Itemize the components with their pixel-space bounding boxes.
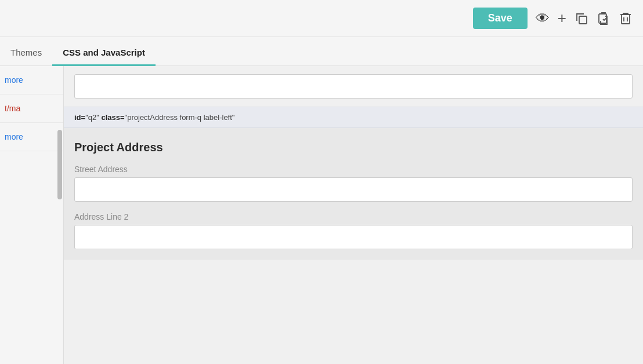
svg-rect-2: [622, 14, 630, 24]
question-title: Project Address: [74, 141, 633, 154]
content-area: id="q2" class="projectAddress form-q lab…: [64, 66, 643, 364]
main-layout: more t/ma more id="q2" class="projectAdd…: [0, 66, 643, 364]
question-id-label: id="q2" class="projectAddress form-q lab…: [74, 113, 234, 122]
question-header: id="q2" class="projectAddress form-q lab…: [64, 107, 643, 128]
address-line2-input[interactable]: [74, 225, 633, 249]
sidebar-item-more-1[interactable]: more: [0, 66, 63, 94]
svg-rect-0: [579, 16, 587, 24]
tab-css-js[interactable]: CSS and JavaScript: [52, 41, 156, 66]
question-block: id="q2" class="projectAddress form-q lab…: [64, 107, 643, 260]
sidebar-item-more-2[interactable]: more: [0, 123, 63, 151]
question-body: Project Address Street Address Address L…: [64, 128, 643, 260]
plus-icon[interactable]: +: [558, 9, 566, 27]
sidebar: more t/ma more: [0, 66, 64, 364]
copy-icon[interactable]: [575, 12, 588, 26]
paste-icon[interactable]: [597, 12, 611, 26]
street-address-label: Street Address: [74, 165, 633, 174]
eye-icon[interactable]: 👁: [536, 10, 550, 27]
street-address-input[interactable]: [74, 177, 633, 202]
top-input-field[interactable]: [74, 74, 633, 99]
save-button[interactable]: Save: [473, 8, 528, 29]
sidebar-item-tma[interactable]: t/ma: [0, 94, 63, 123]
tab-themes[interactable]: Themes: [0, 41, 52, 66]
toolbar: Save 👁 +: [0, 0, 643, 37]
tabs-row: Themes CSS and JavaScript: [0, 37, 643, 66]
top-input-container: [64, 66, 643, 107]
address-line2-label: Address Line 2: [74, 212, 633, 221]
delete-icon[interactable]: [619, 11, 633, 26]
sidebar-scrollbar[interactable]: [57, 130, 62, 199]
